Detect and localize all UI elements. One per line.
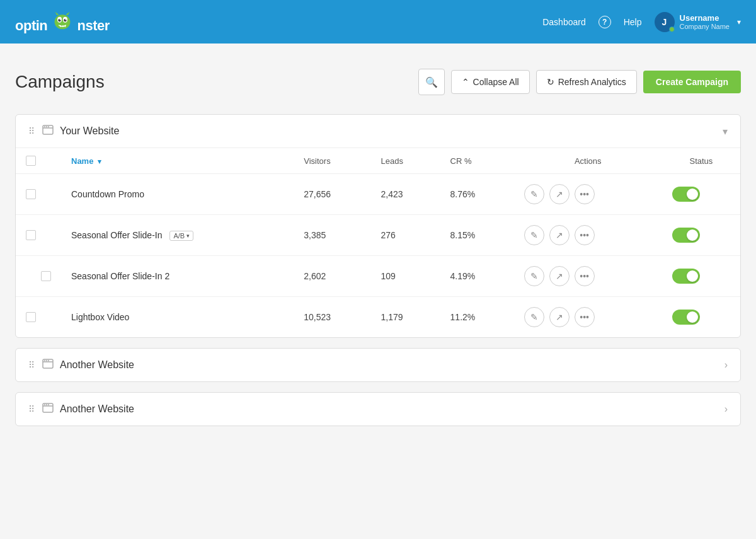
more-options-button[interactable]: ••• <box>575 266 595 286</box>
toggle-thumb <box>687 270 698 282</box>
edit-button[interactable]: ✎ <box>524 266 544 286</box>
status-toggle[interactable] <box>672 310 700 325</box>
edit-button[interactable]: ✎ <box>524 225 544 245</box>
svg-point-15 <box>46 126 47 127</box>
row-checkbox[interactable] <box>41 271 51 281</box>
campaign-name: Countdown Promo <box>71 189 144 199</box>
visitors-cell: 3,385 <box>294 215 370 256</box>
logo[interactable]: optin nster <box>15 10 110 34</box>
svg-point-14 <box>44 126 45 127</box>
row-checkbox-cell <box>16 297 61 338</box>
svg-marker-11 <box>66 11 69 14</box>
website-name: Your Website <box>60 125 723 137</box>
website-icon <box>42 125 54 137</box>
analytics-button[interactable]: ↗ <box>549 266 570 286</box>
campaign-name-cell: Seasonal Offer Slide-In 2 <box>61 256 294 297</box>
leads-cell: 276 <box>370 215 440 256</box>
user-menu-chevron-icon: ▾ <box>737 18 741 26</box>
ab-badge[interactable]: A/B ▾ <box>169 231 193 241</box>
header-actions: 🔍 ⌃ Collapse All ↻ Refresh Analytics Cre… <box>418 69 741 95</box>
row-checkbox[interactable] <box>26 312 36 322</box>
company-name: Company Name <box>680 23 730 30</box>
drag-handle-icon: ⠿ <box>28 360 35 370</box>
analytics-button[interactable]: ↗ <box>549 225 570 245</box>
row-checkbox[interactable] <box>26 230 36 240</box>
svg-point-3 <box>58 18 60 21</box>
svg-marker-10 <box>55 11 59 14</box>
websites-container: ⠿ Your Website ▾ Name ▾ Visitors Leads <box>15 114 741 426</box>
select-all-header <box>16 148 61 174</box>
sort-arrow-icon: ▾ <box>98 158 101 165</box>
cr-cell: 8.76% <box>440 174 514 215</box>
actions-cell: ✎ ↗ ••• <box>514 297 662 338</box>
row-checkbox-cell <box>16 215 61 256</box>
analytics-button[interactable]: ↗ <box>549 307 570 327</box>
row-checkbox[interactable] <box>26 189 36 199</box>
create-campaign-button[interactable]: Create Campaign <box>643 71 741 93</box>
website-chevron-icon: › <box>724 359 728 371</box>
chart-icon: ↗ <box>556 230 563 240</box>
status-cell <box>662 297 740 338</box>
search-icon: 🔍 <box>425 76 438 88</box>
navbar-right: Dashboard ? Help J Username Company Name… <box>542 12 741 32</box>
campaign-name-cell: Countdown Promo <box>61 174 294 215</box>
more-options-button[interactable]: ••• <box>575 307 595 327</box>
analytics-button[interactable]: ↗ <box>549 184 570 204</box>
campaign-name: Lightbox Video <box>71 312 129 322</box>
website-section-another-website: ⠿ Another Website › <box>15 392 741 426</box>
edit-icon: ✎ <box>530 230 538 240</box>
collapse-all-button[interactable]: ⌃ Collapse All <box>451 70 530 94</box>
status-toggle[interactable] <box>672 228 700 243</box>
table-row: Countdown Promo 27,656 2,423 8.76% ✎ ↗ •… <box>16 174 740 215</box>
nav-dashboard[interactable]: Dashboard <box>542 17 586 27</box>
status-toggle[interactable] <box>672 269 700 284</box>
help-question-icon[interactable]: ? <box>598 16 611 28</box>
select-all-checkbox[interactable] <box>26 156 36 166</box>
refresh-analytics-button[interactable]: ↻ Refresh Analytics <box>536 70 637 94</box>
chart-icon: ↗ <box>556 271 563 281</box>
svg-rect-7 <box>60 25 61 27</box>
website-header-another-website[interactable]: ⠿ Another Website › <box>16 349 740 381</box>
visitors-cell: 2,602 <box>294 256 370 297</box>
user-menu[interactable]: J Username Company Name ▾ <box>655 12 741 32</box>
search-button[interactable]: 🔍 <box>418 69 445 95</box>
website-header-your-website[interactable]: ⠿ Your Website ▾ <box>16 115 740 148</box>
col-status: Status <box>662 148 740 174</box>
svg-point-19 <box>44 360 45 361</box>
col-visitors: Visitors <box>294 148 370 174</box>
table-header-row: Name ▾ Visitors Leads CR % Actions Statu… <box>16 148 740 174</box>
row-checkbox-cell <box>16 256 61 297</box>
logo-text: optin nster <box>15 10 110 34</box>
svg-point-20 <box>46 360 47 361</box>
actions-group: ✎ ↗ ••• <box>524 266 652 286</box>
website-chevron-icon: › <box>724 403 728 415</box>
svg-point-16 <box>48 126 49 127</box>
svg-point-6 <box>65 19 66 20</box>
nav-help[interactable]: Help <box>624 17 642 27</box>
more-options-button[interactable]: ••• <box>575 225 595 245</box>
website-icon <box>42 403 54 415</box>
col-name[interactable]: Name ▾ <box>61 148 294 174</box>
main-content: Campaigns 🔍 ⌃ Collapse All ↻ Refresh Ana… <box>0 43 756 451</box>
svg-point-26 <box>48 404 49 405</box>
visitors-cell: 10,523 <box>294 297 370 338</box>
refresh-icon: ↻ <box>547 77 554 87</box>
more-options-button[interactable]: ••• <box>575 184 595 204</box>
cr-cell: 4.19% <box>440 256 514 297</box>
svg-point-25 <box>46 404 47 405</box>
col-cr: CR % <box>440 148 514 174</box>
chart-icon: ↗ <box>556 312 563 322</box>
website-header-another-website[interactable]: ⠿ Another Website › <box>16 393 740 426</box>
toggle-track <box>672 187 700 202</box>
edit-button[interactable]: ✎ <box>524 184 544 204</box>
edit-button[interactable]: ✎ <box>524 307 544 327</box>
toggle-track <box>672 228 700 243</box>
actions-group: ✎ ↗ ••• <box>524 184 652 204</box>
website-section-your-website: ⠿ Your Website ▾ Name ▾ Visitors Leads <box>15 114 741 338</box>
svg-rect-8 <box>62 25 64 27</box>
status-toggle[interactable] <box>672 187 700 202</box>
table-row: Seasonal Offer Slide-In A/B ▾ 3,385 276 … <box>16 215 740 256</box>
svg-point-24 <box>44 404 45 405</box>
navbar: optin nster Dashboard ? <box>0 0 756 43</box>
website-section-another-website: ⠿ Another Website › <box>15 348 741 382</box>
